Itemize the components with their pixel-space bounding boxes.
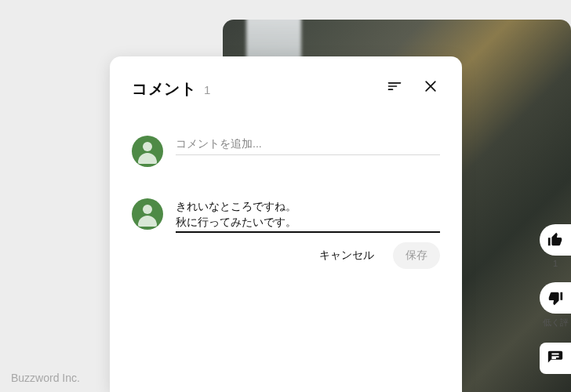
dislike-button[interactable]	[540, 282, 571, 314]
like-button[interactable]	[540, 224, 571, 256]
comment-title-wrap: コメント 1	[132, 78, 210, 100]
edit-actions: キャンセル 保存	[132, 242, 440, 269]
add-comment-input[interactable]	[176, 136, 440, 155]
avatar	[132, 136, 163, 167]
right-rail: 1 低く評	[540, 224, 571, 377]
comment-panel: コメント 1 キャンセル 保存	[110, 56, 462, 392]
sort-icon	[387, 78, 402, 94]
dislike-label: 低く評	[543, 317, 569, 328]
comment-icon	[547, 350, 564, 367]
edit-comment-textarea[interactable]	[176, 198, 440, 233]
edit-comment-row	[132, 198, 440, 233]
sort-button[interactable]	[385, 77, 404, 96]
save-button[interactable]: 保存	[393, 242, 440, 269]
avatar	[132, 198, 163, 230]
close-icon	[423, 78, 438, 94]
comment-count: 1	[204, 83, 210, 96]
thumbs-up-icon	[547, 231, 564, 249]
add-comment-row	[132, 136, 440, 167]
comment-title: コメント	[132, 78, 196, 100]
comment-rail-button[interactable]	[540, 343, 571, 374]
cancel-button[interactable]: キャンセル	[307, 242, 387, 269]
close-button[interactable]	[421, 77, 440, 96]
thumbs-down-icon	[547, 289, 564, 307]
comment-header-icons	[385, 77, 440, 96]
like-count: 1	[553, 259, 558, 268]
comment-panel-header: コメント 1	[132, 77, 440, 100]
footer-brand: Buzzword Inc.	[11, 372, 80, 384]
